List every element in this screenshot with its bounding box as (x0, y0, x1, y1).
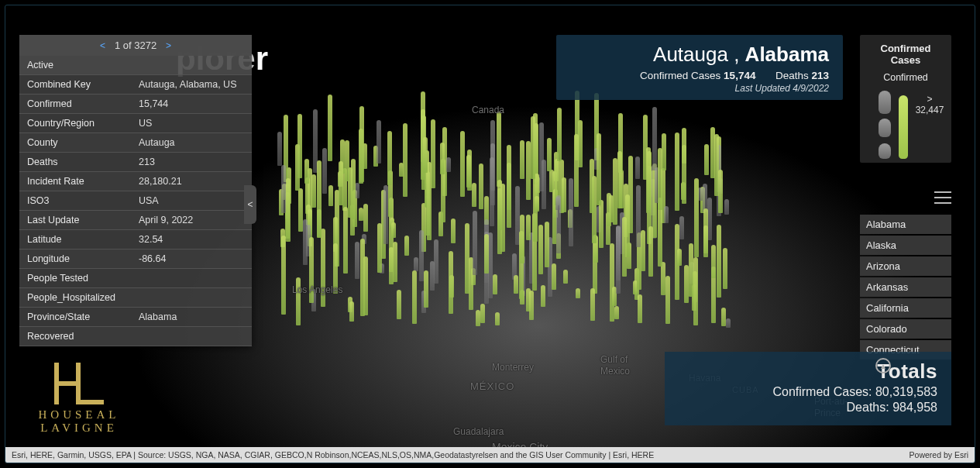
popup-attr-value: 213 (131, 153, 252, 172)
state-list-item[interactable]: Arizona (860, 256, 951, 276)
selection-deaths-value: 213 (811, 70, 829, 81)
popup-attr-value: Autauga, Alabama, US (131, 75, 252, 95)
selection-separator: , (728, 43, 745, 66)
selection-state: Alabama (745, 43, 829, 66)
popup-attr-value (131, 269, 252, 288)
feature-popup: < 1 of 3272 > ActiveCombined KeyAutauga,… (19, 35, 252, 346)
map-label-mexico: MÉXICO (470, 380, 514, 392)
popup-attr-value: 15,744 (131, 95, 252, 114)
state-list-item[interactable]: Alabama (860, 215, 951, 234)
selection-cc-value: 15,744 (724, 70, 755, 81)
attribution-left: Esri, HERE, Garmin, USGS, EPA | Source: … (12, 450, 654, 459)
legend-title: Confirmed Cases (866, 43, 945, 66)
totals-cc-label: Confirmed Cases: (772, 385, 875, 398)
popup-attr-value: US (131, 114, 252, 133)
legend-subtitle: Confirmed (866, 72, 945, 83)
popup-next-icon[interactable]: > (166, 40, 171, 51)
map-label-los-angeles: Los Angeles (292, 284, 342, 295)
popup-attr-row: Combined KeyAutauga, Alabama, US (19, 75, 252, 95)
popup-prev-icon[interactable]: < (100, 40, 105, 51)
popup-attr-key: Longitude (19, 249, 131, 269)
popup-attr-key: People_Hospitalized (19, 288, 131, 308)
state-list-item[interactable]: Arkansas (860, 277, 951, 297)
logo-text-1: HOUSEAL (29, 408, 129, 422)
popup-attr-key: ISO3 (19, 191, 131, 211)
totals-card: ▲ Totals Confirmed Cases: 80,319,583 Dea… (665, 352, 951, 425)
popup-attr-row: Deaths213 (19, 153, 252, 172)
popup-collapse-handle[interactable]: < (244, 185, 256, 224)
popup-attr-value: USA (131, 191, 252, 211)
popup-attr-value (131, 288, 252, 308)
selection-deaths-label: Deaths (775, 70, 812, 81)
attribution-strip: Esri, HERE, Garmin, USGS, EPA | Source: … (5, 447, 975, 463)
legend-cylinder-icon (879, 119, 891, 137)
selection-title: Autauga , Alabama (570, 43, 829, 67)
popup-attr-key: Last Update (19, 211, 131, 230)
popup-attr-row: Last UpdateApril 9, 2022 (19, 211, 252, 230)
legend-break-label: > 32,447 (914, 94, 945, 115)
legend-symbols: > 32,447 (866, 89, 945, 159)
popup-attr-row: Latitude32.54 (19, 230, 252, 249)
totals-deaths-label: Deaths: (847, 401, 893, 414)
map-label-guadalajara: Guadalajara (453, 426, 504, 437)
popup-attr-row: Province/StateAlabama (19, 308, 252, 327)
popup-attr-value: 28,180.21 (131, 172, 252, 191)
totals-deaths-value: 984,958 (892, 401, 937, 414)
popup-attr-key: Combined Key (19, 75, 131, 95)
selection-summary-card: Autauga , Alabama Confirmed Cases 15,744… (556, 35, 843, 100)
popup-attr-row: Active (19, 56, 252, 75)
popup-pager: < 1 of 3272 > (19, 35, 252, 56)
popup-attr-row: Country/RegionUS (19, 114, 252, 133)
selection-county: Autauga (653, 43, 728, 66)
state-list-item[interactable]: Alaska (860, 236, 951, 255)
popup-attr-row: Confirmed15,744 (19, 95, 252, 114)
popup-attr-key: Confirmed (19, 95, 131, 114)
menu-icon[interactable] (934, 191, 951, 204)
totals-cc-value: 80,319,583 (875, 385, 937, 398)
popup-attr-key: Incident Rate (19, 172, 131, 191)
popup-attr-value (131, 56, 252, 75)
popup-attr-value (131, 327, 252, 346)
popup-attr-value: 32.54 (131, 230, 252, 249)
popup-attr-key: Recovered (19, 327, 131, 346)
popup-attr-value: April 9, 2022 (131, 211, 252, 230)
popup-attr-row: CountyAutauga (19, 133, 252, 153)
popup-attr-row: ISO3USA (19, 191, 252, 211)
map-label-gulf-of: Gulf of (600, 354, 628, 365)
legend-card: Confirmed Cases Confirmed > 32,447 (860, 35, 951, 163)
selection-last-updated: Last Updated 4/9/2022 (570, 83, 829, 94)
state-list: AlabamaAlaskaArizonaArkansasCaliforniaCo… (860, 215, 951, 360)
legend-cylinder-icon (879, 91, 891, 114)
popup-pager-label: 1 of 3272 (115, 40, 156, 51)
state-list-item[interactable]: Colorado (860, 319, 951, 339)
map-label-monterrey: Monterrey (492, 362, 534, 373)
popup-attr-key: County (19, 133, 131, 153)
totals-heading: Totals (679, 360, 937, 384)
state-list-item[interactable]: California (860, 298, 951, 318)
popup-attr-row: Recovered (19, 327, 252, 346)
popup-attr-key: People Tested (19, 269, 131, 288)
popup-attr-row: Longitude-86.64 (19, 249, 252, 269)
popup-attr-key: Province/State (19, 308, 131, 327)
map-label-canada: Canada (472, 105, 504, 115)
popup-attr-value: -86.64 (131, 249, 252, 269)
popup-attr-key: Active (19, 56, 131, 75)
brand-logo: HOUSEAL LAVIGNE (29, 362, 129, 435)
attribution-right[interactable]: Powered by Esri (910, 450, 968, 459)
popup-attribute-table: ActiveCombined KeyAutauga, Alabama, USCo… (19, 56, 252, 346)
map-label-gulf-mexico: Mexico (600, 366, 630, 377)
globe-bars-3d (261, 114, 757, 362)
popup-attr-key: Country/Region (19, 114, 131, 133)
collapse-up-icon[interactable]: ▲ (875, 358, 891, 373)
popup-attr-key: Deaths (19, 153, 131, 172)
popup-attr-row: People_Hospitalized (19, 288, 252, 308)
popup-attr-key: Latitude (19, 230, 131, 249)
popup-attr-row: People Tested (19, 269, 252, 288)
popup-attr-row: Incident Rate28,180.21 (19, 172, 252, 191)
popup-attr-value: Autauga (131, 133, 252, 153)
popup-attr-value: Alabama (131, 308, 252, 327)
logo-mark-icon (52, 362, 106, 405)
legend-cylinder-highlight-icon (899, 95, 908, 159)
legend-cylinder-icon (879, 143, 891, 159)
logo-text-2: LAVIGNE (29, 422, 129, 435)
